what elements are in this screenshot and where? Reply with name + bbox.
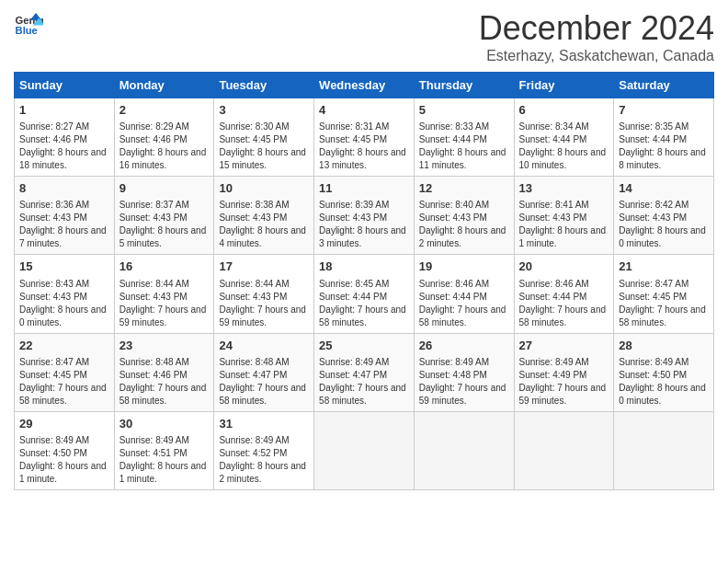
day-number: 1 [19,102,109,119]
sunset-text: Sunset: 4:43 PM [19,291,109,304]
day-number: 5 [419,102,509,119]
sunset-text: Sunset: 4:45 PM [619,291,709,304]
day-number: 11 [319,180,409,197]
daylight-text: Daylight: 8 hours and 11 minutes. [419,146,509,172]
daylight-text: Daylight: 8 hours and 7 minutes. [19,224,109,250]
daylight-text: Daylight: 8 hours and 18 minutes. [19,146,109,172]
sunrise-text: Sunrise: 8:49 AM [119,434,210,447]
calendar-cell: 28Sunrise: 8:49 AMSunset: 4:50 PMDayligh… [614,333,714,411]
day-number: 13 [519,180,609,197]
sunrise-text: Sunrise: 8:35 AM [619,121,709,133]
daylight-text: Daylight: 7 hours and 58 minutes. [519,304,609,329]
daylight-text: Daylight: 7 hours and 58 minutes. [419,304,509,329]
sunrise-text: Sunrise: 8:29 AM [119,121,210,133]
day-of-week-header: Wednesday [314,73,415,98]
sunset-text: Sunset: 4:51 PM [119,447,210,460]
calendar-cell: 17Sunrise: 8:44 AMSunset: 4:43 PMDayligh… [214,255,314,333]
sunrise-text: Sunrise: 8:33 AM [419,121,509,133]
sunset-text: Sunset: 4:44 PM [319,291,409,304]
sunset-text: Sunset: 4:43 PM [319,212,409,224]
day-number: 27 [519,338,609,354]
sunset-text: Sunset: 4:46 PM [19,133,109,146]
calendar-cell: 14Sunrise: 8:42 AMSunset: 4:43 PMDayligh… [614,177,714,255]
calendar-cell [314,411,415,489]
sunrise-text: Sunrise: 8:44 AM [119,278,210,291]
sunset-text: Sunset: 4:50 PM [619,369,709,382]
sunrise-text: Sunrise: 8:31 AM [319,121,409,133]
calendar-cell: 26Sunrise: 8:49 AMSunset: 4:48 PMDayligh… [414,333,514,411]
day-number: 17 [219,259,309,275]
daylight-text: Daylight: 8 hours and 2 minutes. [219,460,309,486]
calendar-cell: 21Sunrise: 8:47 AMSunset: 4:45 PMDayligh… [614,255,714,333]
calendar-cell: 8Sunrise: 8:36 AMSunset: 4:43 PMDaylight… [15,177,115,255]
sunset-text: Sunset: 4:49 PM [519,369,609,382]
title-area: December 2024 Esterhazy, Saskatchewan, C… [479,9,714,64]
calendar-cell: 22Sunrise: 8:47 AMSunset: 4:45 PMDayligh… [15,333,115,411]
day-of-week-header: Thursday [414,73,514,98]
day-of-week-header: Monday [114,73,214,98]
daylight-text: Daylight: 7 hours and 58 minutes. [119,382,210,408]
sunset-text: Sunset: 4:44 PM [419,133,509,146]
sunrise-text: Sunrise: 8:30 AM [219,121,309,133]
daylight-text: Daylight: 8 hours and 0 minutes. [19,304,109,329]
daylight-text: Daylight: 7 hours and 59 minutes. [519,382,609,408]
sunrise-text: Sunrise: 8:48 AM [219,356,309,369]
calendar-cell: 11Sunrise: 8:39 AMSunset: 4:43 PMDayligh… [314,177,415,255]
calendar-cell: 5Sunrise: 8:33 AMSunset: 4:44 PMDaylight… [414,98,514,177]
calendar-cell: 7Sunrise: 8:35 AMSunset: 4:44 PMDaylight… [614,98,714,177]
calendar-cell: 19Sunrise: 8:46 AMSunset: 4:44 PMDayligh… [414,255,514,333]
calendar-cell: 30Sunrise: 8:49 AMSunset: 4:51 PMDayligh… [114,411,214,489]
daylight-text: Daylight: 7 hours and 58 minutes. [19,382,109,408]
calendar-week-row: 8Sunrise: 8:36 AMSunset: 4:43 PMDaylight… [15,177,714,255]
daylight-text: Daylight: 8 hours and 4 minutes. [219,224,309,250]
daylight-text: Daylight: 8 hours and 16 minutes. [119,146,210,172]
sunrise-text: Sunrise: 8:49 AM [219,434,309,447]
calendar-cell: 16Sunrise: 8:44 AMSunset: 4:43 PMDayligh… [114,255,214,333]
calendar-cell: 3Sunrise: 8:30 AMSunset: 4:45 PMDaylight… [214,98,314,177]
day-number: 31 [219,416,309,432]
day-of-week-header: Saturday [614,73,714,98]
sunset-text: Sunset: 4:44 PM [519,291,609,304]
calendar-cell: 9Sunrise: 8:37 AMSunset: 4:43 PMDaylight… [114,177,214,255]
calendar-cell: 2Sunrise: 8:29 AMSunset: 4:46 PMDaylight… [114,98,214,177]
day-number: 26 [419,338,509,354]
sunset-text: Sunset: 4:44 PM [619,133,709,146]
calendar-cell: 24Sunrise: 8:48 AMSunset: 4:47 PMDayligh… [214,333,314,411]
sunset-text: Sunset: 4:46 PM [119,133,210,146]
day-number: 22 [19,338,109,354]
calendar-cell: 20Sunrise: 8:46 AMSunset: 4:44 PMDayligh… [514,255,614,333]
calendar-header-row: SundayMondayTuesdayWednesdayThursdayFrid… [15,73,714,98]
sunrise-text: Sunrise: 8:47 AM [19,356,109,369]
sunrise-text: Sunrise: 8:48 AM [119,356,210,369]
daylight-text: Daylight: 7 hours and 58 minutes. [619,304,709,329]
day-number: 21 [619,259,709,275]
daylight-text: Daylight: 7 hours and 58 minutes. [219,382,309,408]
page-header: General Blue December 2024 Esterhazy, Sa… [14,9,714,64]
sunset-text: Sunset: 4:43 PM [619,212,709,224]
daylight-text: Daylight: 8 hours and 15 minutes. [219,146,309,172]
calendar-week-row: 1Sunrise: 8:27 AMSunset: 4:46 PMDaylight… [15,98,714,177]
logo: General Blue [14,9,43,39]
daylight-text: Daylight: 7 hours and 59 minutes. [219,304,309,329]
calendar-week-row: 29Sunrise: 8:49 AMSunset: 4:50 PMDayligh… [15,411,714,489]
sunset-text: Sunset: 4:44 PM [519,133,609,146]
daylight-text: Daylight: 8 hours and 3 minutes. [319,224,409,250]
sunrise-text: Sunrise: 8:49 AM [619,356,709,369]
sunrise-text: Sunrise: 8:42 AM [619,199,709,212]
day-number: 29 [19,416,109,432]
sunset-text: Sunset: 4:50 PM [19,447,109,460]
calendar-cell: 10Sunrise: 8:38 AMSunset: 4:43 PMDayligh… [214,177,314,255]
day-number: 8 [19,180,109,197]
calendar-cell [514,411,614,489]
calendar-cell: 13Sunrise: 8:41 AMSunset: 4:43 PMDayligh… [514,177,614,255]
sunrise-text: Sunrise: 8:46 AM [419,278,509,291]
sunrise-text: Sunrise: 8:43 AM [19,278,109,291]
sunrise-text: Sunrise: 8:34 AM [519,121,609,133]
daylight-text: Daylight: 8 hours and 0 minutes. [619,224,709,250]
logo-icon: General Blue [14,9,43,39]
calendar-body: 1Sunrise: 8:27 AMSunset: 4:46 PMDaylight… [15,98,714,490]
svg-text:Blue: Blue [16,25,38,36]
sunrise-text: Sunrise: 8:45 AM [319,278,409,291]
sunrise-text: Sunrise: 8:49 AM [319,356,409,369]
sunrise-text: Sunrise: 8:40 AM [419,199,509,212]
